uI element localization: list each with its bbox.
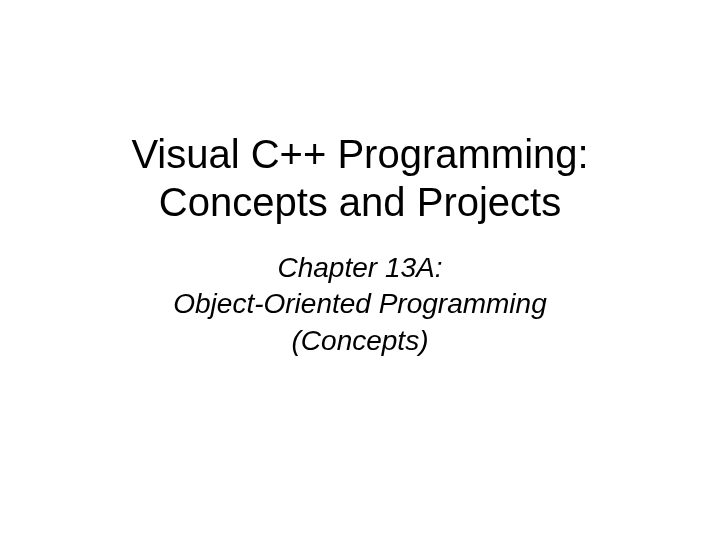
slide-title: Visual C++ Programming: Concepts and Pro… xyxy=(131,130,588,226)
subtitle-line-1: Chapter 13A: xyxy=(173,250,546,286)
title-line-1: Visual C++ Programming: xyxy=(131,132,588,176)
subtitle-line-3: (Concepts) xyxy=(173,323,546,359)
slide-subtitle: Chapter 13A: Object-Oriented Programming… xyxy=(173,250,546,359)
title-line-2: Concepts and Projects xyxy=(159,180,561,224)
subtitle-line-2: Object-Oriented Programming xyxy=(173,286,546,322)
